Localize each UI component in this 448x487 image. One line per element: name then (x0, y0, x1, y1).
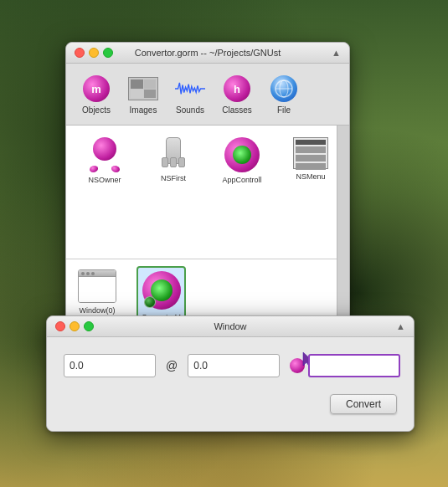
traffic-lights (75, 48, 113, 58)
file-label: File (277, 105, 291, 115)
window0-icon (78, 269, 116, 303)
bottom-title-icon: ▲ (396, 321, 405, 331)
toolbar-objects[interactable]: m Objects (75, 70, 118, 118)
appcontroll-icon-item[interactable]: AppControll (212, 134, 272, 250)
bottom-minimize-button[interactable] (70, 321, 80, 331)
content-area: NSOwner NSFirst AppControll (66, 126, 349, 334)
toolbar-classes[interactable]: h Classes (215, 70, 259, 118)
toolbar: m Objects Images (66, 64, 349, 126)
objects-label: Objects (82, 105, 111, 115)
toolbar-sounds[interactable]: Sounds (168, 70, 212, 118)
converter-input1[interactable] (64, 354, 156, 377)
nsmenu-icon-item[interactable]: NSMenu (281, 134, 341, 250)
result-field-wrapper (308, 354, 400, 377)
nsfirst-icon (158, 137, 188, 171)
toolbar-images[interactable]: Images (121, 70, 165, 118)
file-icon (269, 74, 299, 104)
convertor-window: Convertor.gorm -- ~/Projects/GNUst ▲ m O… (65, 42, 350, 346)
bottom-close-button[interactable] (55, 321, 65, 331)
nsowner-icon (86, 137, 123, 172)
waveform-svg (175, 78, 205, 100)
at-label: @ (166, 359, 178, 372)
nsowner-label: NSOwner (88, 176, 121, 184)
classes-label: Classes (222, 105, 252, 115)
images-icon (128, 74, 158, 104)
convert-button-row: Convert (64, 394, 397, 414)
nsmenu-icon (293, 137, 328, 169)
close-button[interactable] (75, 48, 85, 58)
bottom-traffic-lights (55, 321, 94, 331)
nsfirst-label: NSFirst (161, 174, 186, 182)
converter-body: @ = Convert (47, 337, 414, 431)
title-right-icon: ▲ (332, 48, 341, 58)
nsmenu-label: NSMenu (296, 172, 325, 181)
bottom-window-title: Window (214, 321, 246, 331)
convertor-titlebar: Convertor.gorm -- ~/Projects/GNUst ▲ (66, 43, 349, 64)
nsfirst-icon-item[interactable]: NSFirst (143, 134, 203, 250)
classes-icon: h (222, 74, 252, 104)
appcontroll-icon (224, 137, 260, 172)
converter-row: @ = (64, 354, 397, 377)
maximize-button[interactable] (103, 48, 113, 58)
appcontroll-label: AppControll (222, 176, 261, 184)
toolbar-file[interactable]: File (262, 70, 306, 118)
window0-label: Window(0) (79, 306, 115, 315)
converter-result-field (308, 354, 400, 377)
bottom-titlebar: Window ▲ (47, 316, 414, 337)
convertor-window-title: Convertor.gorm -- ~/Projects/GNUst (135, 48, 281, 58)
sphere-icon: m (83, 75, 110, 102)
convert-button[interactable]: Convert (330, 394, 397, 414)
minimize-button[interactable] (89, 48, 99, 58)
scrollbar[interactable] (337, 126, 349, 334)
bottom-maximize-button[interactable] (84, 321, 94, 331)
sounds-icon (175, 74, 205, 104)
images-label: Images (130, 105, 157, 115)
sounds-label: Sounds (176, 105, 204, 115)
bottom-window: Window ▲ @ = Convert (46, 315, 415, 432)
globe-svg (274, 79, 294, 99)
icons-row1: NSOwner NSFirst AppControll (66, 126, 349, 259)
converter-input2[interactable] (188, 354, 280, 377)
objects-icon: m (81, 74, 111, 104)
nsowner-icon-item[interactable]: NSOwner (75, 134, 135, 250)
convertorm-icon (142, 271, 181, 310)
